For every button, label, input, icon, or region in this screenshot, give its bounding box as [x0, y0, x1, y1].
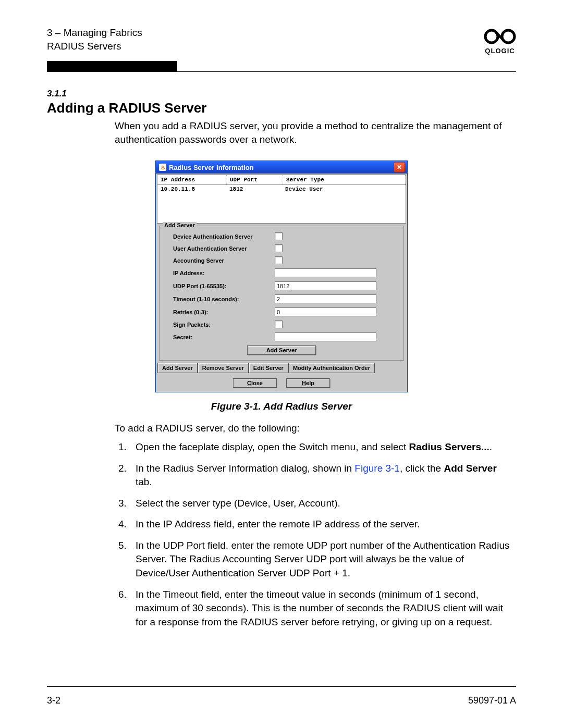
checkbox-sign[interactable] [275, 320, 283, 328]
cell-type: Device User [282, 185, 406, 193]
chapter-label: 3 – Managing Fabrics [47, 26, 142, 40]
java-icon: ♨ [159, 164, 166, 171]
step-4: In the IP Address field, enter the remot… [129, 517, 511, 532]
label-ip: IP Address: [173, 270, 275, 276]
tab-remove-server[interactable]: Remove Server [198, 363, 249, 373]
figure-link[interactable]: Figure 3-1 [354, 463, 400, 474]
help-button[interactable]: Help [286, 378, 330, 388]
section-label: RADIUS Servers [47, 40, 142, 53]
col-port[interactable]: UDP Port [227, 175, 283, 184]
label-accounting: Accounting Server [173, 257, 275, 264]
tab-add-server[interactable]: Add Server [157, 363, 198, 373]
label-sign: Sign Packets: [173, 322, 275, 328]
fieldset-legend: Add Server [163, 222, 197, 228]
cell-port: 1812 [226, 185, 282, 193]
tab-edit-server[interactable]: Edit Server [249, 363, 288, 373]
step-5: In the UDP Port field, enter the remote … [129, 539, 511, 581]
tab-modify-auth-order[interactable]: Modify Authentication Order [288, 363, 375, 373]
close-button[interactable]: Close [233, 378, 277, 388]
col-ip[interactable]: IP Address [157, 175, 227, 184]
section-title: Adding a RADIUS Server [47, 100, 516, 116]
tab-row: Add Server Remove Server Edit Server Mod… [157, 363, 406, 373]
checkbox-accounting[interactable] [275, 256, 283, 264]
label-user-auth: User Authentication Server [173, 245, 275, 252]
page-header: 3 – Managing Fabrics RADIUS Servers QLOG… [47, 26, 516, 55]
section-number: 3.1.1 [47, 89, 516, 99]
input-udp[interactable] [275, 281, 376, 290]
step-1: Open the faceplate display, open the Swi… [129, 440, 511, 454]
add-server-fieldset: Add Server Device Authentication Server … [159, 226, 404, 361]
header-rule [47, 71, 516, 72]
page-footer: 3-2 59097-01 A [47, 682, 516, 706]
intro-paragraph: When you add a RADIUS server, you provid… [115, 119, 511, 146]
input-ip[interactable] [275, 268, 376, 277]
step-6: In the Timeout field, enter the timeout … [129, 588, 511, 630]
checkbox-user-auth[interactable] [275, 244, 283, 252]
add-server-button[interactable]: Add Server [247, 346, 316, 355]
svg-point-0 [485, 30, 498, 43]
dialog-title: Radius Server Information [169, 164, 254, 171]
checkbox-device-auth[interactable] [275, 232, 283, 240]
label-timeout: Timeout (1-10 seconds): [173, 296, 275, 302]
lead-text: To add a RADIUS server, do the following… [115, 422, 511, 435]
svg-point-1 [502, 30, 515, 43]
radius-dialog: ♨ Radius Server Information ✕ IP Address… [155, 161, 408, 392]
doc-id: 59097-01 A [468, 695, 516, 706]
steps-list: Open the faceplate display, open the Swi… [115, 440, 511, 630]
figure-caption: Figure 3-1. Add Radius Server [47, 401, 516, 412]
label-udp: UDP Port (1-65535): [173, 283, 275, 289]
input-retries[interactable] [275, 307, 376, 316]
header-black-bar [47, 61, 177, 71]
step-3: Select the server type (Device, User, Ac… [129, 497, 511, 511]
qlogic-logo: QLOGIC [484, 26, 516, 55]
step-2: In the Radius Server Information dialog,… [129, 462, 511, 489]
close-icon[interactable]: ✕ [394, 162, 405, 172]
label-device-auth: Device Authentication Server [173, 233, 275, 240]
table-row[interactable]: 10.20.11.8 1812 Device User [157, 185, 406, 193]
page-number: 3-2 [47, 695, 60, 706]
dialog-titlebar[interactable]: ♨ Radius Server Information ✕ [156, 161, 407, 174]
server-table: IP Address UDP Port Server Type 10.20.11… [157, 175, 406, 224]
cell-ip: 10.20.11.8 [157, 185, 226, 193]
col-type[interactable]: Server Type [283, 175, 406, 184]
input-secret[interactable] [275, 332, 376, 341]
input-timeout[interactable] [275, 294, 376, 303]
label-secret: Secret: [173, 334, 275, 340]
logo-text: QLOGIC [484, 47, 516, 55]
label-retries: Retries (0-3): [173, 309, 275, 315]
